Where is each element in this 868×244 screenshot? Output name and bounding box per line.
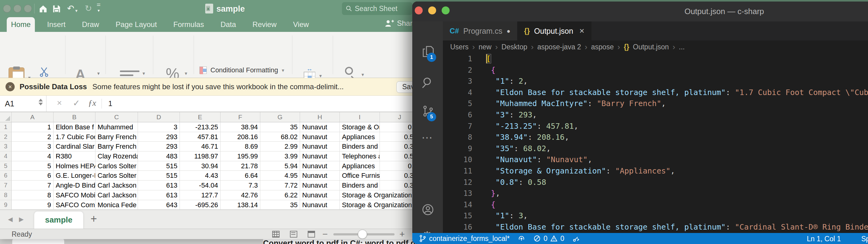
column-header-C[interactable]: C (95, 112, 138, 122)
cell-C8[interactable]: Carl Jackson (95, 190, 138, 200)
cell-F8[interactable]: 42.76 (220, 190, 260, 200)
cell-A6[interactable]: 6 (11, 171, 54, 181)
cell-E2[interactable]: 457.81 (180, 132, 220, 142)
cell-D5[interactable]: 515 (138, 161, 180, 171)
cell-A5[interactable]: 5 (11, 161, 54, 171)
row-header-9[interactable]: 9 (0, 200, 11, 210)
warning-close-icon[interactable]: × (5, 82, 15, 91)
line-col-indicator[interactable]: Ln 1, Col 1 (807, 235, 841, 243)
cell-H1[interactable]: Nunavut (300, 122, 340, 132)
cell-I6[interactable]: Office Furnis (340, 171, 380, 181)
ribbon-tab-insert[interactable]: Insert (43, 17, 70, 32)
zoom-in-icon[interactable]: + (399, 229, 405, 239)
cell-F4[interactable]: 195.99 (220, 152, 260, 161)
breadcrumb-item[interactable]: Users (450, 43, 469, 51)
editor-line[interactable]: 2 { (443, 65, 868, 76)
confirm-entry-icon[interactable]: ✓ (73, 98, 80, 108)
editor-line[interactable]: 4 "Eldon Base for stackable storage shel… (443, 87, 868, 99)
page-layout-view-icon[interactable] (290, 231, 297, 238)
cell-H7[interactable]: Nunavut (300, 181, 340, 190)
branch-indicator[interactable]: containerize_forms_local* (419, 235, 509, 243)
page-break-view-icon[interactable] (308, 231, 315, 238)
cell-D8[interactable]: 613 (138, 190, 180, 200)
column-header-D[interactable]: D (138, 112, 180, 122)
cell-G4[interactable]: 3.99 (260, 152, 300, 161)
editor-line[interactable]: 3 "1": 2, (443, 76, 868, 87)
cell-D2[interactable]: 293 (138, 132, 180, 142)
column-header-E[interactable]: E (180, 112, 220, 122)
tab-output-json[interactable]: {} Output.json × (518, 22, 591, 40)
alignment-caret-icon[interactable]: ▾ (143, 71, 145, 76)
column-header-G[interactable]: G (260, 112, 300, 122)
cell-C4[interactable]: Clay Rozenda (95, 152, 138, 161)
cell-I7[interactable]: Binders and (340, 181, 380, 190)
conditional-formatting-button[interactable]: Conditional Formatting ▾ (199, 66, 284, 74)
column-header-I[interactable]: I (340, 112, 380, 122)
editor-line[interactable]: 10 "Nunavut": "Nunavut", (443, 154, 868, 165)
add-sheet-icon[interactable]: + (91, 212, 97, 225)
spreadsheet-grid[interactable]: ABCDEFGHIJ11Eldon Base fMuhammed3-213.25… (0, 112, 434, 210)
cell-A1[interactable]: 1 (11, 122, 54, 132)
font-caret-icon[interactable]: ▾ (97, 71, 100, 76)
home-icon[interactable] (38, 4, 48, 13)
close-tab-icon[interactable]: × (579, 26, 584, 36)
cell-B4[interactable]: R380 (54, 152, 95, 161)
cell-D7[interactable]: 613 (138, 181, 180, 190)
breadcrumb-item[interactable]: new (479, 43, 492, 51)
cell-C3[interactable]: Barry French (95, 142, 138, 152)
breadcrumb-item[interactable]: Output.json (633, 43, 669, 51)
row-header-3[interactable]: 3 (0, 142, 11, 152)
select-all-corner[interactable] (0, 112, 11, 122)
cell-F3[interactable]: 8.69 (220, 142, 260, 152)
number-caret-icon[interactable]: ▾ (185, 71, 187, 76)
code-editor[interactable]: 1[2 {3 "1": 2,4 "Eldon Base for stackabl… (443, 53, 868, 233)
editor-line[interactable]: 16 "Eldon Base for stackable storage she… (443, 222, 868, 233)
cell-D4[interactable]: 483 (138, 152, 180, 161)
indentation-indicator[interactable]: Spaces: 4 (861, 235, 868, 243)
ribbon-tab-view[interactable]: View (289, 17, 313, 32)
row-header-6[interactable]: 6 (0, 171, 11, 181)
cell-F5[interactable]: 21.78 (220, 161, 260, 171)
cell-B9[interactable]: SAFCO Comr (54, 200, 95, 210)
breadcrumb-item[interactable]: aspose (591, 43, 614, 51)
cell-D3[interactable]: 293 (138, 142, 180, 152)
next-sheet-icon[interactable]: ▶ (19, 216, 24, 223)
cell-A9[interactable]: 9 (11, 200, 54, 210)
cell-F2[interactable]: 208.16 (220, 132, 260, 142)
customize-toolbar-icon[interactable]: =▾ (97, 2, 101, 13)
search-icon[interactable] (422, 76, 434, 89)
cell-G3[interactable]: 2.99 (260, 142, 300, 152)
cell-F9[interactable]: 138.14 (220, 200, 260, 210)
editor-line[interactable]: 12 "0.8": 0.58 (443, 177, 868, 188)
cell-G7[interactable]: 7.72 (260, 181, 300, 190)
editing-search-icon[interactable] (345, 67, 353, 75)
cell-A4[interactable]: 4 (11, 152, 54, 161)
cell-E7[interactable]: -54.04 (180, 181, 220, 190)
cell-C9[interactable]: Monica Fede (95, 200, 138, 210)
row-header-5[interactable]: 5 (0, 161, 11, 171)
breadcrumb[interactable]: Users›new›Desktop›aspose-java 2›aspose›{… (443, 40, 868, 53)
row-header-2[interactable]: 2 (0, 132, 11, 142)
ribbon-tab-data[interactable]: Data (216, 17, 240, 32)
minimize-window-button[interactable] (13, 5, 22, 12)
cell-B8[interactable]: SAFCO Mobi (54, 190, 95, 200)
cell-D9[interactable]: 643 (138, 200, 180, 210)
row-header-4[interactable]: 4 (0, 152, 11, 161)
share-button[interactable]: Share (385, 19, 416, 28)
cell-H4[interactable]: Nunavut (300, 152, 340, 161)
cell-D6[interactable]: 515 (138, 171, 180, 181)
sheet-tab-sample[interactable]: sample (34, 212, 83, 229)
cell-I4[interactable]: Telephones a (340, 152, 380, 161)
more-actions-icon[interactable]: ⋯ (422, 131, 432, 144)
cell-F7[interactable]: 7.3 (220, 181, 260, 190)
column-header-B[interactable]: B (54, 112, 95, 122)
cell-E4[interactable]: 1198.97 (180, 152, 220, 161)
cell-G2[interactable]: 68.02 (260, 132, 300, 142)
breadcrumb-item[interactable]: aspose-java 2 (537, 43, 581, 51)
save-icon[interactable] (52, 4, 61, 13)
cell-H9[interactable]: Nunavut (300, 200, 340, 210)
redo-icon[interactable]: ↻ (83, 4, 94, 13)
cell-E6[interactable]: 4.43 (180, 171, 220, 181)
cell-G8[interactable]: 6.22 (260, 190, 300, 200)
cell-C1[interactable]: Muhammed (95, 122, 138, 132)
